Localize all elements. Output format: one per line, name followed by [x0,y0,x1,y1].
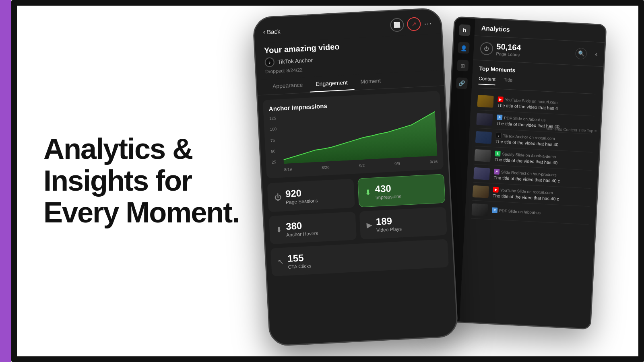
chart-y-labels: 125 100 75 50 25 [269,116,279,165]
tablet-body: h 👤 ⊞ 🔗 Analytics ⏻ [438,16,607,330]
page-loads-label: Page Loads [496,51,521,57]
cta-number: 155 [287,252,311,264]
cursor-icon: ↖ [277,257,284,267]
tab-moment[interactable]: Moment [354,73,388,90]
slide-badge-5: ↗ [494,169,500,175]
page-loads-info: 50,164 Page Loads [496,42,521,57]
source-url-2: PDF Slide on /about-us [504,115,546,122]
anchor-name: TikTok Anchor [277,57,313,65]
power-icon: ⏻ [274,193,282,202]
stat-card-cta: ↖ 155 CTA Clicks [270,239,449,276]
stats-grid: ⏻ 920 Page Sessions ⬇ 430 Impressions ⬇ [262,174,452,245]
moment-info-7: P PDF Slide on /about-us [492,207,590,219]
page-loads-icon: ⏻ [480,42,493,56]
chart-fill [281,111,437,164]
moment-info-4: S Spotify Slide on /book-a-demo The titl… [494,150,592,167]
chart-area: 125 100 75 50 25 [269,107,438,172]
stat-card-page-sessions: ⏻ 920 Page Sessions [267,179,355,212]
page-loads-number: 50,164 [496,42,521,52]
moment-thumbnail-1 [477,95,494,108]
chart-svg-wrapper [281,107,438,164]
top-moments-title: Top Moments [479,65,597,78]
moment-info-1: ▶ YouTube Slide on rooturl.com The title… [497,97,595,113]
hovers-number: 380 [285,219,318,232]
tablet-mockup: h 👤 ⊞ 🔗 Analytics ⏻ [446,20,599,334]
sessions-number: 920 [285,187,318,200]
source-url-7: PDF Slide on /about-us [499,208,541,215]
cta-label: CTA Clicks [288,263,311,270]
pdf-badge-2: P [497,114,503,120]
sidebar-grid-icon[interactable]: ⊞ [457,60,469,71]
moment-info-5: ↗ Slide Redirect on /our-products The ti… [493,169,591,185]
share-icon-button[interactable]: ↗ [407,17,421,31]
plays-number: 189 [376,215,402,227]
sidebar-users-icon[interactable]: 👤 [458,42,469,53]
search-icon-button[interactable]: 🔍 [575,47,587,59]
stat-info-plays: 189 Video Plays [376,215,402,233]
youtube-badge-6: ▶ [493,187,499,193]
stat-card-video-plays: ▶ 189 Video Plays [359,207,447,239]
youtube-badge-1: ▶ [497,97,504,103]
tab-engagement[interactable]: Engagement [309,75,354,93]
top-moments-section: Top Moments Content Title [464,60,603,230]
phone-top-icons: ⬜ ↗ ··· [390,16,432,32]
filter-content[interactable]: Content [478,76,495,85]
phone-body: ‹ Back ⬜ ↗ ··· Your amazing video ♪ TikT… [252,7,458,346]
stat-info-hovers: 380 Anchor Hovers [285,219,318,238]
impressions-label: Impressions [375,193,401,200]
hover-icon: ⬇ [276,225,282,234]
moment-info-6: ▶ YouTube Slide on rooturl.com The title… [493,187,590,203]
play-icon: ▶ [366,220,372,230]
moment-thumbnail-5 [473,167,490,180]
page-loads-stat: ⏻ 50,164 Page Loads [480,41,521,57]
tiktok-badge-3: ♪ [495,132,502,138]
download-icon: ⬇ [365,188,371,197]
moment-thumbnail-3 [475,131,492,144]
tiktok-anchor-icon: ♪ [264,57,275,67]
tab-appearance[interactable]: Appearance [266,77,310,95]
pdf-badge-7: P [492,207,498,213]
hero-title: Analytics & Insights for Every Moment. [43,133,239,229]
stat-info-impressions: 430 Impressions [375,182,402,200]
moment-thumbnail-4 [474,149,491,162]
stat-info-sessions: 920 Page Sessions [285,187,318,205]
stat-info-cta: 155 CTA Clicks [287,252,312,270]
back-button[interactable]: ‹ Back [263,27,281,35]
tablet-main: Analytics ⏻ 50,164 Page Loads 🔍 4 [459,19,605,328]
back-label: Back [267,28,281,35]
moment-thumbnail-7 [471,204,488,216]
stat-card-impressions: ⬇ 430 Impressions [357,174,445,207]
hero-text-section: Analytics & Insights for Every Moment. [43,133,239,229]
hovers-partial-label: 4 [595,51,598,57]
phone-mockup: ‹ Back ⬜ ↗ ··· Your amazing video ♪ TikT… [261,12,450,350]
tablet-inner: h 👤 ⊞ 🔗 Analytics ⏻ [440,18,606,329]
main-content: Analytics & Insights for Every Moment. ‹… [11,0,644,362]
plays-label: Video Plays [376,226,402,233]
purple-accent-bar [0,0,11,362]
moment-source-7: P PDF Slide on /about-us [492,207,589,218]
hovers-label: Anchor Hovers [286,230,318,238]
sidebar-link-icon[interactable]: 🔗 [456,77,468,89]
spotify-badge-4: S [495,150,501,156]
moment-thumbnail-6 [473,185,489,198]
chart-section: Anchor Impressions 125 100 75 50 25 [263,91,444,179]
impressions-chart [281,107,438,164]
moment-info-3: ♪ TikTok Anchor on rooturl.com The title… [495,132,593,149]
stat-card-anchor-hovers: ⬇ 380 Anchor Hovers [269,212,357,244]
tablet-analytics-title: Analytics [481,25,599,38]
sessions-label: Page Sessions [286,198,318,205]
impressions-number: 430 [375,182,401,195]
moments-filter-row: Content Title [478,76,596,94]
tablet-logo: h [459,24,471,36]
monitor-icon-button[interactable]: ⬜ [390,18,405,32]
moment-thumbnail-2 [476,113,493,126]
back-chevron-icon: ‹ [263,28,265,35]
filter-title[interactable]: Title [503,77,512,86]
more-options-icon[interactable]: ··· [424,19,432,28]
